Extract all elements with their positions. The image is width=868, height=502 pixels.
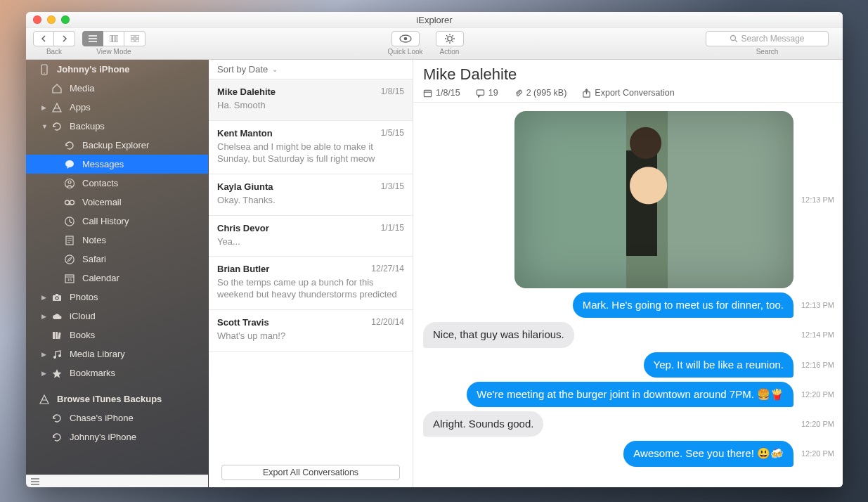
sidebar-item-media-library[interactable]: ▶ Media Library bbox=[26, 345, 208, 363]
meta-count: 19 bbox=[476, 88, 498, 98]
meta-date: 1/8/15 bbox=[423, 88, 460, 98]
conversation-item[interactable]: Scott Travis 12/20/14 What's up man!? bbox=[209, 310, 413, 352]
message-timestamp: 12:16 PM bbox=[796, 361, 837, 369]
sidebar-item-call-history[interactable]: Call History bbox=[26, 212, 208, 231]
viewmode-toolgroup: View Mode bbox=[82, 31, 145, 56]
conversation-name: Mike Dalehite bbox=[217, 86, 404, 97]
sidebar-item-label: Backups bbox=[70, 121, 105, 131]
sidebar-item-backups[interactable]: ▼ Backups bbox=[26, 117, 208, 136]
sidebar-item-bookmarks[interactable]: ▶ Bookmarks bbox=[26, 363, 208, 382]
conversation-date: 1/8/15 bbox=[381, 86, 404, 96]
message-bubble-incoming[interactable]: Alright. Sounds good. bbox=[423, 411, 543, 437]
conversation-name: Chris Devor bbox=[217, 223, 404, 233]
notes-icon bbox=[64, 235, 75, 246]
conversation-item[interactable]: Brian Butler 12/27/14 So the temps came … bbox=[209, 257, 413, 310]
sidebar-item-label: Messages bbox=[82, 159, 124, 169]
svg-point-18 bbox=[731, 36, 736, 41]
conversation-item[interactable]: Kent Manton 1/5/15 Chelsea and I might b… bbox=[209, 121, 413, 174]
cloud-icon bbox=[51, 311, 63, 322]
message-row: Yep. It will be like a reunion. 12:16 PM bbox=[419, 352, 837, 378]
minimize-window-button[interactable] bbox=[47, 15, 56, 24]
books-icon bbox=[51, 330, 63, 341]
calendar-icon bbox=[423, 89, 432, 98]
sidebar-item-label: Media bbox=[70, 83, 94, 94]
svg-rect-2 bbox=[116, 35, 118, 42]
sidebar-item-backup-explorer[interactable]: Backup Explorer bbox=[26, 136, 208, 155]
detail-meta: 1/8/15 19 2 (995 kB) Export Conversation bbox=[423, 88, 833, 98]
sidebar-item-contacts[interactable]: Contacts bbox=[26, 174, 208, 193]
sidebar-device[interactable]: Johnny's iPhone bbox=[26, 60, 208, 79]
disclosure-triangle-icon[interactable]: ▶ bbox=[41, 313, 46, 320]
sidebar-item-voicemail[interactable]: Voicemail bbox=[26, 193, 208, 212]
toolbar: Back View Mode Quick L bbox=[26, 28, 843, 60]
zoom-window-button[interactable] bbox=[61, 15, 70, 24]
svg-point-44 bbox=[58, 354, 61, 357]
sidebar-item-label: Books bbox=[70, 330, 95, 340]
sidebar-item-books[interactable]: Books bbox=[26, 326, 208, 345]
message-bubble-incoming[interactable]: Nice, that guy was hilarious. bbox=[423, 322, 574, 347]
disclosure-triangle-icon[interactable]: ▶ bbox=[41, 104, 46, 111]
sidebar-item-notes[interactable]: Notes bbox=[26, 231, 208, 250]
message-bubble-outgoing[interactable]: Yep. It will be like a reunion. bbox=[644, 352, 793, 378]
svg-rect-40 bbox=[53, 332, 55, 339]
conversation-name: Kent Manton bbox=[217, 128, 404, 139]
search-input[interactable]: Search Message bbox=[706, 31, 829, 46]
forward-button[interactable] bbox=[54, 31, 75, 46]
disclosure-triangle-icon[interactable]: ▶ bbox=[41, 370, 46, 377]
conversation-date: 12/20/14 bbox=[371, 317, 404, 327]
viewmode-list-button[interactable] bbox=[82, 31, 103, 46]
sidebar-backup-chase[interactable]: Chase's iPhone bbox=[26, 408, 208, 427]
sidebar-item-label: Bookmarks bbox=[70, 368, 115, 378]
message-thread[interactable]: 12:13 PM Mark. He's going to meet us for… bbox=[413, 103, 843, 487]
sidebar-item-label: Contacts bbox=[82, 178, 118, 188]
back-button[interactable] bbox=[33, 31, 54, 46]
sidebar-item-media[interactable]: Media bbox=[26, 79, 208, 98]
contacts-icon bbox=[64, 178, 75, 189]
conversation-item[interactable]: Mike Dalehite 1/8/15 Ha. Smooth bbox=[209, 79, 413, 121]
sidebar: Johnny's iPhone Media ▶ Apps ▼ Backups B… bbox=[26, 60, 209, 487]
export-conversation-button[interactable]: Export Conversation bbox=[582, 88, 674, 98]
conversation-detail: Mike Dalehite 1/8/15 19 2 (995 kB) bbox=[413, 60, 843, 487]
message-row: Awesome. See you there! 😃🍻 12:20 PM bbox=[419, 441, 837, 466]
viewmode-grid-button[interactable] bbox=[124, 31, 145, 46]
conversation-item[interactable]: Kayla Giunta 1/3/15 Okay. Thanks. bbox=[209, 174, 413, 216]
message-photo[interactable] bbox=[514, 111, 793, 288]
sidebar-item-calendar[interactable]: 15 Calendar bbox=[26, 269, 208, 288]
backup-icon bbox=[51, 121, 63, 132]
message-bubble-outgoing[interactable]: Mark. He's going to meet us for dinner, … bbox=[573, 292, 793, 318]
sidebar-item-icloud[interactable]: ▶ iCloud bbox=[26, 307, 208, 326]
apps-icon bbox=[51, 102, 63, 113]
backup-icon bbox=[51, 413, 63, 424]
message-timestamp: 12:13 PM bbox=[796, 301, 837, 309]
action-button[interactable] bbox=[436, 31, 464, 46]
sidebar-backup-johnny[interactable]: Johnny's iPhone bbox=[26, 427, 208, 446]
close-window-button[interactable] bbox=[33, 15, 41, 24]
message-bubble-outgoing[interactable]: We're meeting at the burger joint in dow… bbox=[467, 382, 793, 407]
disclosure-triangle-icon[interactable]: ▼ bbox=[41, 123, 48, 130]
svg-point-26 bbox=[70, 200, 75, 205]
viewmode-columns-button[interactable] bbox=[103, 31, 124, 46]
sidebar-browse-label: Browse iTunes Backups bbox=[57, 394, 162, 404]
disclosure-triangle-icon[interactable]: ▶ bbox=[41, 294, 46, 301]
quicklook-button[interactable] bbox=[391, 31, 420, 46]
sidebar-item-photos[interactable]: ▶ Photos bbox=[26, 288, 208, 307]
conversation-item[interactable]: Chris Devor 1/1/15 Yea... bbox=[209, 216, 413, 257]
export-all-button[interactable]: Export All Conversations bbox=[221, 465, 400, 480]
message-bubble-outgoing[interactable]: Awesome. See you there! 😃🍻 bbox=[623, 441, 793, 466]
svg-line-19 bbox=[735, 40, 737, 42]
message-row: Alright. Sounds good. 12:20 PM bbox=[419, 411, 837, 437]
conversation-preview: What's up man!? bbox=[217, 330, 404, 342]
window-title: iExplorer bbox=[26, 15, 843, 25]
conversation-preview: Yea... bbox=[217, 236, 404, 248]
menu-icon[interactable] bbox=[30, 477, 40, 487]
sidebar-item-label: Calendar bbox=[82, 273, 119, 283]
sidebar-item-apps[interactable]: ▶ Apps bbox=[26, 98, 208, 117]
sidebar-item-messages[interactable]: Messages bbox=[26, 155, 208, 174]
disclosure-triangle-icon[interactable]: ▶ bbox=[41, 351, 46, 358]
sort-bar[interactable]: Sort by Date ⌄ bbox=[209, 60, 413, 79]
svg-text:15: 15 bbox=[67, 278, 72, 282]
main-body: Johnny's iPhone Media ▶ Apps ▼ Backups B… bbox=[26, 60, 843, 487]
back-label: Back bbox=[46, 48, 62, 56]
conversation-list: Mike Dalehite 1/8/15 Ha. Smooth Kent Man… bbox=[209, 79, 413, 461]
sidebar-item-safari[interactable]: Safari bbox=[26, 250, 208, 269]
